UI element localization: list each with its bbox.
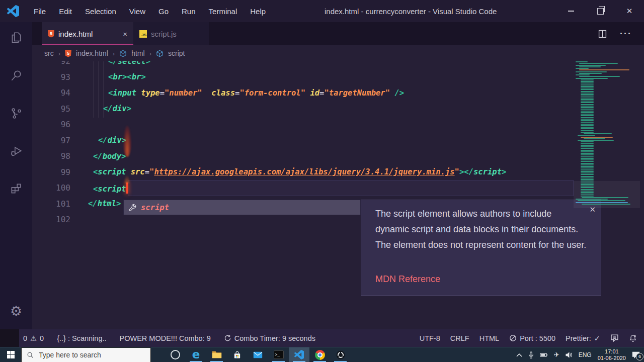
- search-icon[interactable]: [9, 68, 24, 83]
- tab-script-js[interactable]: JS script.js: [133, 22, 209, 45]
- statusbar: 0 ⚠ 0 {..} : Scanning.. POWER MODE!!! Co…: [0, 329, 644, 347]
- encoding-indicator[interactable]: UTF-8: [420, 334, 440, 342]
- line-number: 96: [32, 120, 70, 129]
- menu-go[interactable]: Go: [152, 7, 175, 16]
- vscode-icon: [294, 350, 304, 359]
- system-tray: ✈ ENG 17:01 01-06-2020 6: [516, 348, 640, 361]
- error-count: 0: [23, 334, 27, 342]
- action-center-button[interactable]: 6: [632, 351, 640, 358]
- breadcrumb-html[interactable]: html: [131, 49, 144, 57]
- line-number: 99: [32, 167, 70, 177]
- code-line-93[interactable]: 93<br><br>: [32, 69, 644, 85]
- extensions-icon[interactable]: [9, 181, 24, 196]
- menu-terminal[interactable]: Terminal: [202, 7, 244, 16]
- line-number: 95: [32, 104, 70, 114]
- scanning-status[interactable]: {..} : Scanning..: [57, 334, 106, 342]
- code-line-94[interactable]: 94<input type="number" class="form-contr…: [32, 85, 644, 101]
- edge-button[interactable]: e: [186, 347, 206, 362]
- split-editor-icon[interactable]: [598, 30, 607, 38]
- microphone-icon[interactable]: [528, 351, 534, 358]
- vscode-window: FileEditSelectionViewGoRunTerminalHelp i…: [0, 0, 644, 362]
- menu-view[interactable]: View: [123, 7, 152, 16]
- clock[interactable]: 17:01 01-06-2020: [598, 348, 626, 361]
- wrench-icon: [129, 204, 136, 211]
- terminal-button[interactable]: >_: [268, 347, 289, 362]
- settings-gear-icon[interactable]: ⚙: [10, 305, 22, 318]
- explorer-icon[interactable]: [9, 30, 24, 45]
- code-line-92[interactable]: 92</select>: [32, 61, 644, 69]
- minimize-button[interactable]: [556, 0, 586, 22]
- text-cursor: [126, 183, 128, 194]
- titlebar: FileEditSelectionViewGoRunTerminalHelp i…: [0, 0, 644, 22]
- warning-icon: ⚠: [30, 334, 37, 342]
- minimap[interactable]: [574, 61, 640, 209]
- line-number: 97: [32, 136, 70, 145]
- menu-help[interactable]: Help: [244, 7, 272, 16]
- js-file-icon: JS: [139, 30, 147, 38]
- source-control-icon[interactable]: [9, 106, 24, 121]
- obs-button[interactable]: [330, 347, 351, 362]
- taskbar-search[interactable]: [21, 347, 151, 362]
- file-explorer-button[interactable]: [206, 347, 227, 362]
- cortana-icon: [171, 350, 180, 359]
- suggest-widget[interactable]: script: [123, 200, 361, 215]
- close-button[interactable]: ✕: [615, 0, 644, 22]
- live-server-port[interactable]: Port : 5500: [509, 334, 555, 342]
- cortana-button[interactable]: [165, 347, 186, 362]
- suggest-item-script[interactable]: script: [141, 203, 169, 212]
- code-line-95[interactable]: 95</div>: [32, 101, 644, 117]
- feedback-icon[interactable]: [610, 334, 619, 342]
- activity-bar: ⚙: [0, 22, 32, 329]
- window-title: index.html - currencyconverter - Visual …: [325, 0, 497, 22]
- code-line-100[interactable]: 100<script: [32, 180, 644, 196]
- eol-indicator[interactable]: CRLF: [450, 334, 469, 342]
- more-actions-icon[interactable]: ···: [620, 29, 632, 39]
- tab-index-html[interactable]: 5 index.html ×: [42, 22, 133, 45]
- line-number: 94: [32, 88, 70, 98]
- menu-edit[interactable]: Edit: [52, 7, 78, 16]
- battery-icon[interactable]: [540, 352, 548, 357]
- line-number: 93: [32, 72, 70, 82]
- chrome-button[interactable]: [309, 347, 330, 362]
- start-button[interactable]: [0, 347, 21, 362]
- store-icon: [233, 350, 242, 359]
- menu-bar: FileEditSelectionViewGoRunTerminalHelp: [27, 7, 272, 16]
- breadcrumb-script[interactable]: script: [168, 49, 185, 57]
- breadcrumb-src[interactable]: src: [44, 49, 54, 57]
- prettier-status[interactable]: Prettier: ✓: [566, 334, 600, 342]
- mdn-reference-link[interactable]: MDN Reference: [375, 272, 440, 287]
- run-debug-icon[interactable]: [9, 143, 24, 158]
- warning-count: 0: [40, 334, 44, 342]
- language-indicator[interactable]: HTML: [479, 334, 499, 342]
- vscode-taskbar-button[interactable]: [289, 347, 309, 362]
- time: 17:01: [598, 348, 626, 355]
- breadcrumb-file[interactable]: index.html: [76, 49, 108, 57]
- hidden-icons-chevron[interactable]: [516, 353, 522, 357]
- line-number: 101: [32, 199, 70, 209]
- mail-button[interactable]: [248, 347, 268, 362]
- store-button[interactable]: [227, 347, 248, 362]
- restore-button[interactable]: [586, 0, 615, 22]
- notification-badge: 6: [636, 353, 643, 360]
- notifications-bell-icon[interactable]: [629, 334, 637, 342]
- symbol-cube-icon: [156, 50, 164, 57]
- line-number: 102: [32, 215, 70, 224]
- menu-file[interactable]: File: [27, 7, 52, 16]
- menu-selection[interactable]: Selection: [78, 7, 123, 16]
- combo-timer-status[interactable]: Combo Timer: 9 seconds: [224, 334, 315, 342]
- power-mode-status[interactable]: POWER MODE!!! Combo: 9: [120, 334, 211, 342]
- menu-run[interactable]: Run: [175, 7, 202, 16]
- keyboard-language[interactable]: ENG: [579, 351, 592, 358]
- tab-close-icon[interactable]: ×: [123, 30, 127, 38]
- volume-icon[interactable]: [566, 352, 573, 358]
- line-number: 98: [32, 151, 70, 161]
- search-input[interactable]: [38, 350, 140, 359]
- obs-icon: [336, 350, 346, 360]
- line-number: 92: [32, 61, 70, 66]
- edge-icon: e: [192, 349, 200, 360]
- breadcrumb-separator: ›: [58, 50, 60, 57]
- problems-indicator[interactable]: 0 ⚠ 0: [23, 334, 44, 342]
- check-icon: ✓: [594, 334, 600, 342]
- code-editor[interactable]: 92</select>93<br><br>94<input type="numb…: [32, 61, 644, 329]
- airplane-mode-icon[interactable]: ✈: [554, 351, 559, 358]
